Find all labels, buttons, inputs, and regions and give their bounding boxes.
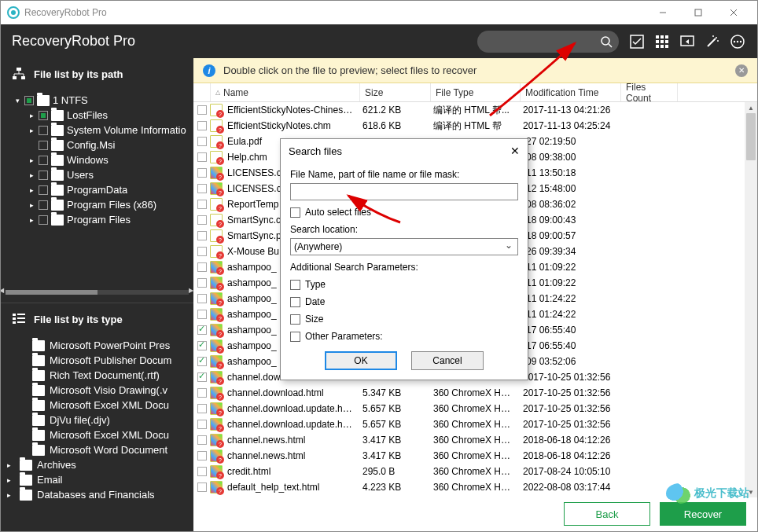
table-header: △Name Size File Type Modification Time F… [193, 83, 757, 102]
row-checkbox[interactable] [197, 247, 207, 256]
type-label: Type [305, 279, 326, 290]
col-type[interactable]: File Type [431, 83, 521, 101]
table-row[interactable]: ? channel.download.update.html 5.657 KB … [193, 401, 757, 416]
row-checkbox[interactable] [197, 200, 207, 209]
more-icon[interactable] [729, 33, 746, 50]
tree-item[interactable]: ▸Users [1, 167, 193, 182]
file-icon: ? [210, 151, 223, 163]
row-checkbox[interactable] [197, 435, 207, 445]
row-checkbox[interactable] [197, 168, 207, 178]
file-icon: ? [210, 182, 223, 195]
row-checkbox[interactable] [197, 404, 207, 413]
svg-point-22 [734, 40, 735, 42]
table-row[interactable]: ? EfficientStickyNotes.chm 618.6 KB 编译的 … [193, 118, 757, 134]
window-title: RecoveryRobot Pro [24, 7, 107, 18]
ok-button[interactable]: OK [325, 351, 397, 370]
table-row[interactable]: ? credit.html 295.0 B 360 ChromeX HTM...… [193, 464, 757, 479]
row-checkbox[interactable] [197, 341, 207, 350]
cancel-button[interactable]: Cancel [411, 351, 484, 370]
table-row[interactable]: ? channel.news.html 3.417 KB 360 ChromeX… [193, 448, 757, 464]
svg-rect-11 [660, 40, 664, 43]
type-item[interactable]: ▸Databases and Financials [1, 487, 193, 502]
row-checkbox[interactable] [197, 231, 207, 240]
table-row[interactable]: ? EfficientStickyNotes-Chinese_... 621.2… [193, 102, 757, 118]
screen-icon[interactable] [679, 33, 696, 50]
type-item[interactable]: ▸Archives [1, 457, 193, 472]
row-checkbox[interactable] [197, 262, 207, 272]
sidebar-type-head: File list by its type [1, 303, 193, 335]
tree-item[interactable]: ▸Program Files [1, 212, 193, 227]
svg-rect-32 [13, 314, 16, 316]
maximize-button[interactable] [680, 1, 716, 24]
info-bar: i Double click on the file to preview; s… [193, 58, 757, 83]
col-count[interactable]: Files Count [621, 83, 678, 101]
col-mod[interactable]: Modification Time [521, 83, 621, 101]
row-checkbox[interactable] [197, 420, 207, 429]
tree-item[interactable]: ▸Program Files (x86) [1, 197, 193, 212]
filename-input[interactable] [290, 183, 518, 200]
type-item[interactable]: Microsoft PowerPoint Pres [1, 338, 193, 353]
table-row[interactable]: ? channel.news.html 3.417 KB 360 ChromeX… [193, 432, 757, 448]
tree-item[interactable]: ▸LostFiles [1, 108, 193, 123]
col-checkbox[interactable] [193, 83, 211, 101]
tree-item[interactable]: ▸Windows [1, 152, 193, 167]
type-item[interactable]: DjVu file(.djv) [1, 413, 193, 427]
row-checkbox[interactable] [197, 310, 207, 319]
type-item[interactable]: Microsoft Excel XML Docu [1, 427, 193, 442]
row-checkbox[interactable] [197, 215, 207, 225]
row-checkbox[interactable] [197, 372, 207, 382]
folder-icon [32, 370, 45, 381]
folder-icon [20, 490, 32, 501]
minimize-button[interactable] [645, 1, 680, 24]
wand-icon[interactable] [704, 33, 721, 50]
tree-item[interactable]: Config.Msi [1, 138, 193, 152]
row-checkbox[interactable] [197, 278, 207, 288]
tree-item[interactable]: ▾1 NTFS [1, 93, 193, 108]
grid-icon[interactable] [653, 33, 671, 50]
back-button[interactable]: Back [564, 502, 650, 526]
header-search-box[interactable] [477, 31, 619, 53]
searchloc-select[interactable]: (Anywhere) [290, 238, 518, 255]
row-checkbox[interactable] [197, 184, 207, 193]
type-item[interactable]: ▸Email [1, 472, 193, 487]
dialog-close-icon[interactable]: ✕ [510, 145, 520, 157]
recover-button[interactable]: Recover [660, 502, 746, 526]
row-checkbox[interactable] [197, 325, 207, 335]
row-checkbox[interactable] [197, 388, 207, 398]
row-checkbox[interactable] [197, 294, 207, 303]
svg-rect-7 [656, 35, 659, 39]
table-row[interactable]: ? channel.download.html 5.347 KB 360 Chr… [193, 385, 757, 401]
row-checkbox[interactable] [197, 467, 207, 476]
tree-item[interactable]: ▸ProgramData [1, 182, 193, 197]
row-checkbox[interactable] [197, 357, 207, 366]
type-item[interactable]: Rich Text Document(.rtf) [1, 368, 193, 383]
folder-tree[interactable]: ▾1 NTFS▸LostFiles▸System Volume Informat… [1, 90, 193, 287]
row-checkbox[interactable] [197, 451, 207, 460]
row-checkbox[interactable] [197, 137, 207, 146]
search-dialog: Search files ✕ File Name, part of file n… [280, 138, 528, 380]
other-checkbox[interactable] [290, 332, 300, 342]
row-checkbox[interactable] [197, 482, 207, 492]
type-tree[interactable]: Microsoft PowerPoint PresMicrosoft Publi… [1, 335, 193, 532]
close-button[interactable] [716, 1, 751, 24]
type-item[interactable]: Microsoft Visio Drawing(.v [1, 383, 193, 398]
type-item[interactable]: Microsoft Word Document [1, 442, 193, 457]
type-item[interactable]: Microsoft Publisher Docum [1, 353, 193, 368]
table-row[interactable]: ? channel.download.update.html 5.657 KB … [193, 416, 757, 432]
sidebar-hscroll[interactable]: ◀▶ [6, 290, 189, 295]
row-checkbox[interactable] [197, 105, 207, 115]
col-name[interactable]: △Name [211, 83, 360, 101]
type-item[interactable]: Microsoft Excel XML Docu [1, 398, 193, 413]
date-checkbox[interactable] [290, 297, 300, 307]
autoselect-checkbox[interactable] [290, 207, 300, 218]
vertical-scrollbar[interactable]: ▲ ▼ [745, 102, 757, 497]
folder-icon [51, 185, 64, 196]
type-checkbox[interactable] [290, 280, 300, 290]
col-size[interactable]: Size [360, 83, 431, 101]
info-close-icon[interactable]: ✕ [735, 64, 748, 77]
row-checkbox[interactable] [197, 152, 207, 162]
checkmark-icon[interactable] [628, 33, 646, 50]
size-checkbox[interactable] [290, 314, 300, 325]
tree-item[interactable]: ▸System Volume Informatio [1, 123, 193, 138]
row-checkbox[interactable] [197, 121, 207, 130]
